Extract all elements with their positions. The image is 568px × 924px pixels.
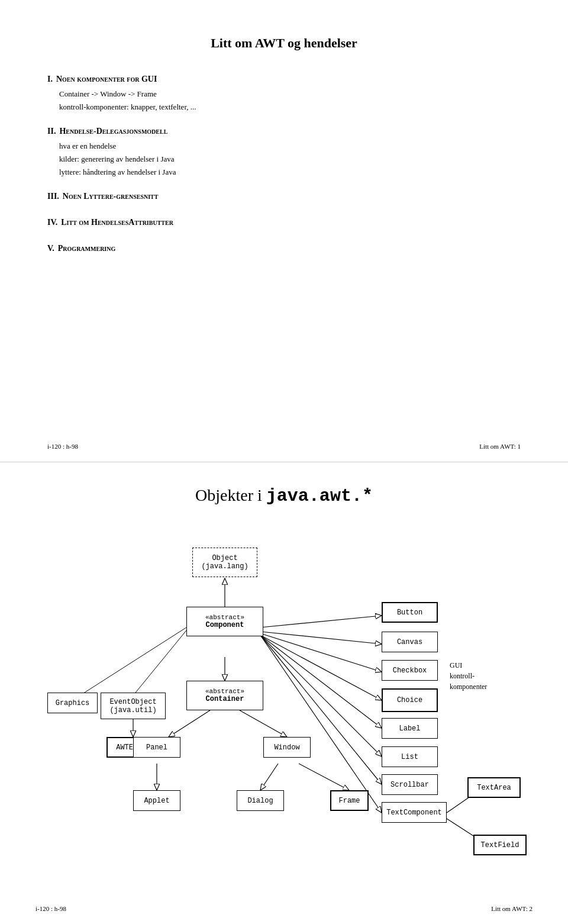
- footer-left-2: i-120 : h-98: [36, 905, 66, 912]
- button-box: Button: [382, 602, 438, 623]
- svg-line-8: [260, 632, 382, 644]
- page2-title-mono: java.awt.*: [266, 486, 373, 506]
- frame-box: Frame: [330, 790, 369, 811]
- svg-line-14: [260, 635, 382, 813]
- footer-right-2: Litt om AWT: 2: [491, 905, 532, 912]
- checkbox-label: Checkbox: [393, 667, 427, 675]
- svg-line-6: [299, 764, 349, 790]
- graphics-box: Graphics: [47, 693, 98, 713]
- section-heading-2: Hendelse-Delegasjonsmodell: [59, 127, 167, 136]
- eventobject-box: EventObject (java.util): [101, 693, 166, 719]
- scrollbar-box: Scrollbar: [382, 774, 438, 795]
- choice-label: Choice: [397, 696, 422, 704]
- applet-box: Applet: [133, 790, 180, 811]
- panel-box: Panel: [133, 737, 180, 758]
- section-1: I. Noen komponenter for GUI Container ->…: [47, 75, 521, 114]
- svg-line-9: [260, 633, 382, 672]
- textcomponent-box: TextComponent: [382, 802, 447, 823]
- svg-line-18: [133, 630, 186, 696]
- section-4: IV. Litt om HendelsesAttributter: [47, 218, 521, 231]
- graphics-label: Graphics: [56, 699, 90, 707]
- textfield-label: TextField: [481, 841, 519, 849]
- list-box: List: [382, 746, 438, 767]
- component-label: Component: [206, 621, 244, 629]
- textarea-box: TextArea: [467, 777, 521, 798]
- list-label: List: [401, 753, 418, 761]
- svg-line-7: [260, 616, 382, 627]
- scrollbar-label: Scrollbar: [390, 781, 429, 789]
- container-box: «abstract» Container: [186, 681, 263, 710]
- section-content-2: hva er en hendelse kilder: generering av…: [59, 140, 521, 179]
- svg-line-10: [260, 635, 382, 700]
- section-num-5: V.: [47, 244, 54, 253]
- object-label-1: Object: [212, 554, 237, 562]
- eventobject-label2: (java.util): [109, 706, 156, 714]
- gui-label-text: GUIkontroll-komponenter: [450, 661, 487, 691]
- section-heading-3: Noen Lyttere-grensesnitt: [63, 192, 159, 201]
- section-2: II. Hendelse-Delegasjonsmodell hva er en…: [47, 127, 521, 179]
- applet-label: Applet: [144, 797, 169, 805]
- frame-label: Frame: [338, 797, 360, 805]
- button-label: Button: [397, 609, 422, 617]
- svg-line-17: [80, 627, 186, 696]
- section-heading-1: Noen komponenter for GUI: [56, 75, 157, 84]
- window-label: Window: [274, 743, 299, 752]
- component-stereotype: «abstract»: [205, 614, 244, 621]
- section-num-1: I.: [47, 75, 53, 84]
- section-5: V. Programmering: [47, 244, 521, 257]
- page-title: Litt om AWT og hendelser: [47, 36, 521, 51]
- textfield-box: TextField: [473, 835, 527, 855]
- section-num-3: III.: [47, 192, 59, 201]
- section-heading-4: Litt om HendelsesAttributter: [61, 218, 173, 227]
- component-box: «abstract» Component: [186, 607, 263, 636]
- page-2: Objekter i java.awt.*: [0, 462, 568, 924]
- section-heading-5: Programmering: [58, 244, 115, 253]
- page2-title-text: Objekter i: [195, 486, 266, 504]
- section-3: III. Noen Lyttere-grensesnitt: [47, 192, 521, 205]
- canvas-label: Canvas: [397, 638, 422, 646]
- footer-left-1: i-120 : h-98: [47, 443, 78, 450]
- page-1-footer: i-120 : h-98 Litt om AWT: 1: [47, 443, 521, 450]
- eventobject-label1: EventObject: [109, 698, 156, 706]
- section-num-4: IV.: [47, 218, 57, 227]
- page-2-footer: i-120 : h-98 Litt om AWT: 2: [36, 905, 532, 912]
- gui-label: GUIkontroll-komponenter: [450, 660, 487, 692]
- canvas-box: Canvas: [382, 632, 438, 652]
- page-1: Litt om AWT og hendelser I. Noen kompone…: [0, 0, 568, 462]
- object-box: Object (java.lang): [192, 548, 257, 577]
- textarea-label: TextArea: [477, 784, 511, 792]
- dialog-box: Dialog: [237, 790, 284, 811]
- svg-line-13: [260, 635, 382, 784]
- window-box: Window: [263, 737, 311, 758]
- container-label: Container: [206, 695, 244, 703]
- page2-title: Objekter i java.awt.*: [36, 486, 532, 506]
- section-content-1: Container -> Window -> Frame kontroll-ko…: [59, 88, 521, 114]
- uml-diagram: Object (java.lang) «abstract» Component …: [41, 536, 527, 879]
- svg-line-11: [260, 635, 382, 728]
- svg-line-2: [169, 710, 210, 737]
- choice-box: Choice: [382, 688, 438, 712]
- container-stereotype: «abstract»: [205, 688, 244, 695]
- checkbox-box: Checkbox: [382, 660, 438, 681]
- textcomponent-label: TextComponent: [386, 809, 442, 817]
- footer-right-1: Litt om AWT: 1: [479, 443, 521, 450]
- section-num-2: II.: [47, 127, 56, 136]
- label-label: Label: [399, 725, 420, 733]
- label-box: Label: [382, 718, 438, 739]
- object-label-2: (java.lang): [201, 562, 248, 571]
- dialog-label: Dialog: [247, 797, 273, 805]
- svg-line-3: [240, 710, 287, 737]
- panel-label: Panel: [146, 743, 167, 752]
- svg-line-5: [260, 764, 278, 790]
